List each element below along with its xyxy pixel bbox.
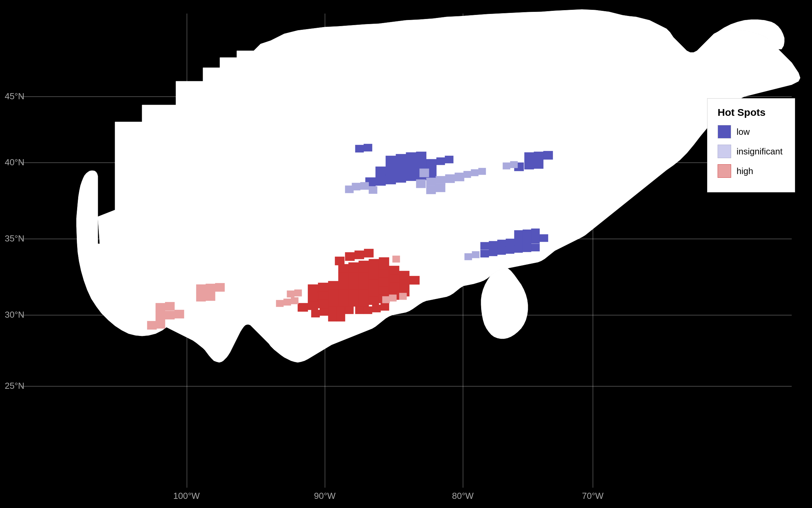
svg-rect-46 bbox=[381, 303, 389, 311]
svg-rect-53 bbox=[311, 310, 320, 317]
svg-rect-31 bbox=[409, 276, 420, 284]
svg-rect-74 bbox=[389, 295, 397, 301]
svg-rect-130 bbox=[426, 186, 436, 194]
svg-rect-2 bbox=[359, 261, 369, 273]
svg-rect-0 bbox=[338, 264, 348, 273]
svg-rect-33 bbox=[348, 298, 359, 306]
legend-swatch-insignificant bbox=[718, 145, 731, 158]
svg-rect-13 bbox=[359, 281, 369, 290]
svg-rect-35 bbox=[369, 296, 379, 305]
svg-rect-67 bbox=[165, 311, 175, 319]
svg-rect-116 bbox=[489, 241, 497, 249]
svg-rect-42 bbox=[298, 303, 308, 312]
svg-rect-40 bbox=[318, 300, 328, 308]
svg-rect-92 bbox=[406, 171, 416, 181]
svg-rect-11 bbox=[338, 281, 348, 290]
svg-rect-65 bbox=[165, 302, 175, 311]
svg-rect-29 bbox=[389, 283, 399, 291]
svg-rect-119 bbox=[523, 245, 531, 252]
svg-rect-138 bbox=[471, 169, 478, 176]
svg-rect-136 bbox=[345, 186, 354, 193]
svg-rect-7 bbox=[359, 273, 369, 281]
svg-rect-123 bbox=[489, 249, 497, 256]
svg-rect-127 bbox=[445, 174, 455, 183]
svg-rect-3 bbox=[369, 259, 379, 271]
svg-rect-117 bbox=[480, 242, 489, 250]
svg-rect-54 bbox=[345, 252, 355, 261]
svg-rect-26 bbox=[359, 290, 369, 298]
svg-rect-85 bbox=[396, 164, 406, 173]
svg-rect-118 bbox=[514, 245, 523, 253]
legend-item-insignificant: insignificant bbox=[718, 145, 785, 158]
svg-rect-113 bbox=[540, 234, 548, 242]
svg-rect-98 bbox=[534, 152, 543, 160]
svg-rect-134 bbox=[360, 182, 369, 190]
svg-rect-60 bbox=[206, 284, 215, 292]
svg-rect-62 bbox=[196, 293, 206, 301]
svg-rect-77 bbox=[291, 297, 298, 304]
svg-rect-66 bbox=[156, 312, 165, 320]
svg-rect-141 bbox=[510, 161, 518, 168]
svg-rect-105 bbox=[355, 145, 364, 152]
svg-rect-101 bbox=[534, 160, 543, 169]
svg-rect-125 bbox=[426, 178, 436, 186]
svg-rect-57 bbox=[335, 257, 344, 265]
svg-rect-132 bbox=[416, 179, 426, 188]
svg-rect-43 bbox=[355, 306, 364, 314]
svg-rect-106 bbox=[364, 144, 372, 151]
svg-rect-109 bbox=[531, 229, 540, 236]
svg-rect-64 bbox=[156, 303, 165, 312]
svg-rect-6 bbox=[348, 273, 359, 281]
svg-rect-47 bbox=[328, 306, 337, 314]
svg-rect-69 bbox=[156, 320, 165, 329]
svg-rect-73 bbox=[392, 256, 400, 262]
svg-rect-108 bbox=[523, 230, 531, 237]
svg-rect-122 bbox=[497, 247, 506, 255]
svg-rect-51 bbox=[337, 314, 345, 321]
svg-rect-70 bbox=[147, 321, 157, 330]
svg-rect-128 bbox=[455, 173, 464, 181]
svg-rect-76 bbox=[399, 293, 407, 300]
svg-rect-21 bbox=[328, 290, 338, 298]
svg-rect-28 bbox=[379, 286, 389, 295]
svg-rect-80 bbox=[386, 156, 396, 165]
svg-rect-99 bbox=[543, 151, 553, 160]
svg-rect-72 bbox=[287, 291, 294, 297]
svg-rect-9 bbox=[379, 269, 389, 278]
svg-rect-17 bbox=[399, 271, 409, 279]
svg-rect-95 bbox=[376, 176, 386, 186]
svg-rect-114 bbox=[506, 239, 514, 246]
legend-label-high: high bbox=[737, 166, 753, 176]
legend-item-high: high bbox=[718, 164, 785, 178]
svg-rect-49 bbox=[345, 306, 354, 314]
svg-rect-61 bbox=[215, 283, 225, 292]
svg-rect-86 bbox=[406, 162, 416, 171]
svg-rect-143 bbox=[465, 253, 472, 260]
svg-rect-10 bbox=[389, 266, 399, 274]
svg-rect-32 bbox=[338, 298, 348, 306]
svg-rect-16 bbox=[389, 274, 399, 283]
svg-rect-50 bbox=[328, 314, 337, 321]
svg-rect-126 bbox=[436, 176, 445, 185]
svg-rect-137 bbox=[464, 171, 471, 178]
svg-rect-52 bbox=[320, 308, 328, 316]
legend: Hot Spots low insignificant high bbox=[707, 98, 795, 192]
svg-rect-27 bbox=[369, 288, 379, 296]
svg-rect-78 bbox=[284, 299, 291, 305]
svg-rect-107 bbox=[514, 230, 523, 238]
legend-title: Hot Spots bbox=[718, 107, 785, 118]
svg-rect-4 bbox=[379, 257, 389, 269]
svg-rect-44 bbox=[364, 306, 372, 314]
svg-rect-140 bbox=[503, 163, 510, 169]
svg-rect-5 bbox=[338, 273, 348, 281]
svg-rect-90 bbox=[386, 175, 396, 184]
svg-rect-19 bbox=[318, 283, 328, 291]
svg-rect-121 bbox=[506, 246, 514, 254]
svg-rect-23 bbox=[308, 293, 318, 301]
svg-rect-68 bbox=[175, 310, 184, 318]
svg-rect-18 bbox=[328, 281, 338, 290]
map-container: 45°N 40°N 35°N 30°N 25°N 100°W 90°W 80°W… bbox=[0, 0, 812, 508]
svg-rect-139 bbox=[478, 168, 486, 175]
svg-rect-39 bbox=[328, 298, 338, 306]
legend-swatch-high bbox=[718, 164, 731, 178]
